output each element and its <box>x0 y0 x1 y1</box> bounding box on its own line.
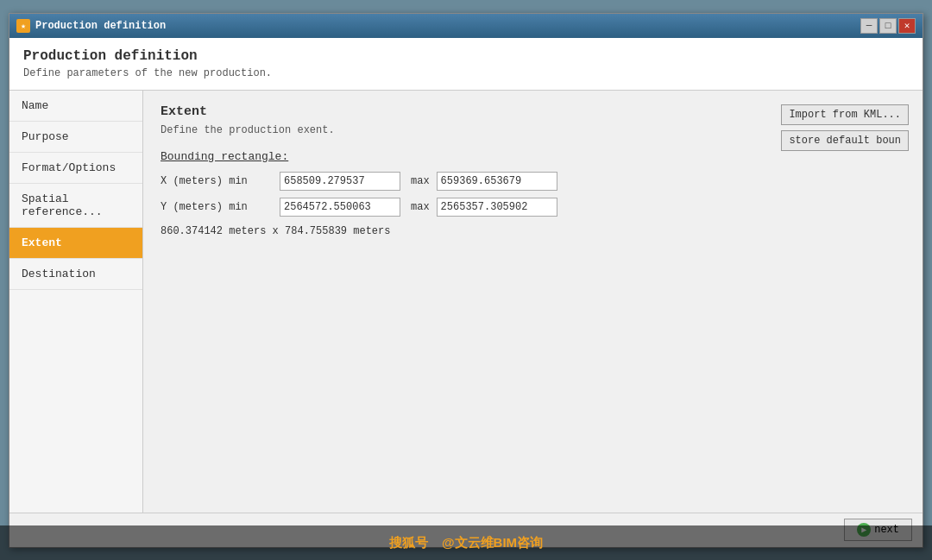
y-max-input[interactable] <box>437 198 557 217</box>
window-title: Production definition <box>35 20 166 32</box>
watermark-bar: 搜狐号 @文云维BIM咨询 <box>0 525 932 560</box>
watermark-text: 搜狐号 <box>389 535 428 551</box>
dimensions-text: 860.374142 meters x 784.755839 meters <box>161 225 905 237</box>
header-section: Production definition Define parameters … <box>9 38 923 91</box>
y-coord-row: Y (meters) min max <box>161 198 905 217</box>
main-content: Name Purpose Format/Options Spatial refe… <box>9 91 923 513</box>
x-max-input[interactable] <box>437 172 557 191</box>
import-kml-button[interactable]: Import from KML... <box>781 104 909 125</box>
page-subtitle: Define parameters of the new production. <box>23 67 909 79</box>
x-coord-row: X (meters) min max <box>161 172 905 191</box>
content-area: Extent Define the production exent. Boun… <box>143 91 923 513</box>
sidebar-item-format-options[interactable]: Format/Options <box>9 153 142 184</box>
window-controls: ─ □ ✕ <box>860 18 916 34</box>
sidebar-item-destination[interactable]: Destination <box>9 259 142 290</box>
sidebar-item-name[interactable]: Name <box>9 91 142 122</box>
x-min-input[interactable] <box>280 172 400 191</box>
title-bar: ★ Production definition ─ □ ✕ <box>9 14 923 38</box>
app-icon: ★ <box>16 19 30 33</box>
close-button[interactable]: ✕ <box>898 18 916 34</box>
sidebar: Name Purpose Format/Options Spatial refe… <box>9 91 143 513</box>
x-label: X (meters) min <box>161 175 273 187</box>
y-min-input[interactable] <box>280 198 400 217</box>
store-default-button[interactable]: store default boun <box>781 130 909 151</box>
y-max-label: max <box>411 201 430 213</box>
watermark-brand: @文云维BIM咨询 <box>442 535 543 551</box>
sidebar-item-purpose[interactable]: Purpose <box>9 122 142 153</box>
x-max-label: max <box>411 175 430 187</box>
side-buttons: Import from KML... store default boun <box>781 104 909 151</box>
y-label: Y (meters) min <box>161 201 273 213</box>
sidebar-item-extent[interactable]: Extent <box>9 228 142 259</box>
minimize-button[interactable]: ─ <box>860 18 878 34</box>
bounding-rect-label: Bounding rectangle: <box>161 150 905 163</box>
sidebar-item-spatial-reference[interactable]: Spatial reference... <box>9 184 142 228</box>
page-title: Production definition <box>23 48 909 64</box>
restore-button[interactable]: □ <box>879 18 897 34</box>
